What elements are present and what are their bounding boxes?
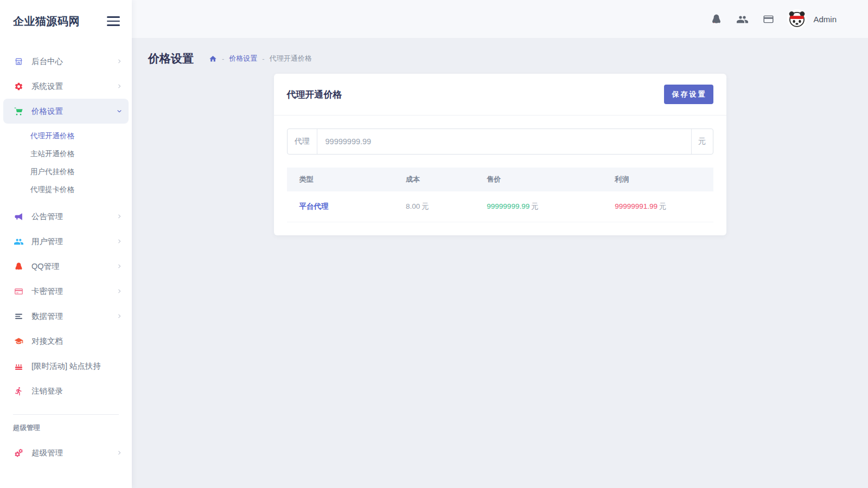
sidebar-item-label: 对接文档 (31, 336, 63, 346)
sidebar-item-user-management[interactable]: 用户管理 (0, 229, 132, 254)
page-title: 价格设置 (148, 51, 194, 66)
row-cost-value: 8.00 (406, 202, 420, 210)
home-icon[interactable] (209, 55, 217, 63)
sidebar-item-data-management[interactable]: 数据管理 (0, 304, 132, 329)
breadcrumb: - 价格设置 - 代理开通价格 (209, 54, 312, 63)
chevron-down-icon (117, 108, 122, 114)
sidebar-item-super-management[interactable]: 超级管理 (0, 440, 132, 465)
row-profit-value: 99999991.99 (615, 202, 658, 210)
logout-runner-icon (14, 387, 23, 396)
submenu-item-agent-open-price[interactable]: 代理开通价格 (0, 127, 132, 145)
qq-icon[interactable] (711, 14, 722, 25)
graduation-cap-icon (14, 337, 23, 346)
column-header-profit: 利润 (602, 168, 713, 191)
users-icon[interactable] (737, 14, 748, 25)
sidebar-item-system-settings[interactable]: 系统设置 (0, 74, 132, 99)
sidebar-item-label: 卡密管理 (31, 286, 63, 297)
submenu-item-main-site-open-price[interactable]: 主站开通价格 (0, 145, 132, 163)
agent-price-card: 代理开通价格 保存设置 代理 元 类型 成本 售价 利润 (274, 74, 726, 235)
store-icon (14, 57, 23, 66)
main-content: 价格设置 - 价格设置 - 代理开通价格 代理开通价格 保存设置 代理 元 (132, 38, 868, 235)
breadcrumb-separator: - (222, 55, 224, 63)
sidebar-item-card-key-management[interactable]: 卡密管理 (0, 279, 132, 304)
breadcrumb-separator: - (262, 55, 264, 63)
sidebar-item-announcement[interactable]: 公告管理 (0, 204, 132, 229)
row-price-unit: 元 (531, 202, 539, 210)
sidebar-item-qq-management[interactable]: QQ管理 (0, 254, 132, 279)
chevron-right-icon (117, 313, 122, 319)
list-icon (14, 312, 23, 321)
sidebar-item-label: 数据管理 (31, 311, 63, 322)
row-profit-unit: 元 (659, 202, 667, 210)
sidebar-item-label: 公告管理 (31, 211, 63, 222)
sidebar-item-label: 后台中心 (31, 56, 63, 67)
cart-icon (14, 107, 23, 116)
sidebar-header: 企业猫源码网 (0, 0, 132, 42)
avatar[interactable] (787, 9, 807, 29)
sidebar-item-label: 注销登录 (31, 386, 63, 396)
chevron-right-icon (117, 84, 122, 89)
column-header-price: 售价 (474, 168, 602, 191)
credit-card-icon (14, 287, 23, 296)
sidebar-item-label: 用户管理 (31, 236, 63, 247)
qq-icon (14, 262, 23, 271)
row-price-value: 99999999.99 (487, 202, 529, 210)
card-header: 代理开通价格 保存设置 (274, 74, 726, 115)
price-settings-submenu: 代理开通价格 主站开通价格 用户代挂价格 代理提卡价格 (0, 124, 132, 204)
sidebar-nav: 后台中心 系统设置 价格设置 代理开通价格 主站开通价格 用户代挂价格 代理提卡… (0, 42, 132, 465)
card-body: 代理 元 类型 成本 售价 利润 平台代理 8.00元 (274, 115, 726, 235)
column-header-cost: 成本 (393, 168, 474, 191)
column-header-type: 类型 (287, 168, 394, 191)
app-logo: 企业猫源码网 (13, 14, 80, 29)
input-suffix-unit: 元 (691, 129, 713, 154)
table-header-row: 类型 成本 售价 利润 (287, 168, 713, 191)
chevron-right-icon (117, 288, 122, 294)
hamburger-menu-icon[interactable] (107, 16, 120, 26)
chevron-right-icon (117, 239, 122, 244)
page-header: 价格设置 - 价格设置 - 代理开通价格 (148, 51, 852, 66)
sidebar-item-label: 价格设置 (31, 106, 63, 117)
card-title: 代理开通价格 (287, 88, 342, 101)
cake-icon (14, 362, 23, 371)
input-prefix-label: 代理 (288, 129, 317, 154)
cogs-icon (14, 448, 23, 458)
username[interactable]: Admin (813, 15, 837, 24)
sidebar-item-logout[interactable]: 注销登录 (0, 378, 132, 403)
sidebar-item-price-settings[interactable]: 价格设置 (3, 99, 129, 124)
sidebar-divider (13, 414, 119, 415)
sidebar-item-api-docs[interactable]: 对接文档 (0, 329, 132, 354)
sidebar: 企业猫源码网 后台中心 系统设置 价格设置 代理开通价格 主 (0, 0, 132, 488)
breadcrumb-current: 代理开通价格 (270, 54, 312, 63)
save-settings-button[interactable]: 保存设置 (664, 85, 713, 104)
sidebar-item-label: 超级管理 (31, 448, 63, 458)
topbar: Admin (132, 0, 868, 38)
chevron-right-icon (117, 264, 122, 269)
breadcrumb-link-price-settings[interactable]: 价格设置 (229, 54, 257, 63)
chevron-right-icon (117, 450, 122, 455)
chevron-right-icon (117, 214, 122, 219)
row-type-link[interactable]: 平台代理 (299, 202, 329, 210)
users-icon (14, 237, 23, 246)
bullhorn-icon (14, 212, 23, 221)
submenu-item-user-hang-price[interactable]: 用户代挂价格 (0, 163, 132, 181)
credit-card-icon[interactable] (763, 14, 774, 25)
sidebar-item-label: QQ管理 (31, 261, 60, 272)
gear-icon (14, 82, 23, 91)
sidebar-item-backend-center[interactable]: 后台中心 (0, 49, 132, 74)
price-table: 类型 成本 售价 利润 平台代理 8.00元 99999999.99元 9999… (287, 168, 713, 222)
submenu-item-agent-card-price[interactable]: 代理提卡价格 (0, 181, 132, 198)
chevron-right-icon (117, 59, 122, 64)
agent-price-input-group: 代理 元 (287, 129, 713, 155)
agent-price-input[interactable] (317, 129, 691, 154)
sidebar-item-label: [限时活动] 站点扶持 (31, 361, 101, 371)
sidebar-section-label: 超级管理 (0, 423, 132, 440)
sidebar-item-site-support[interactable]: [限时活动] 站点扶持 (0, 354, 132, 378)
row-cost-unit: 元 (422, 202, 429, 210)
table-row: 平台代理 8.00元 99999999.99元 99999991.99元 (287, 191, 713, 222)
sidebar-item-label: 系统设置 (31, 81, 63, 92)
